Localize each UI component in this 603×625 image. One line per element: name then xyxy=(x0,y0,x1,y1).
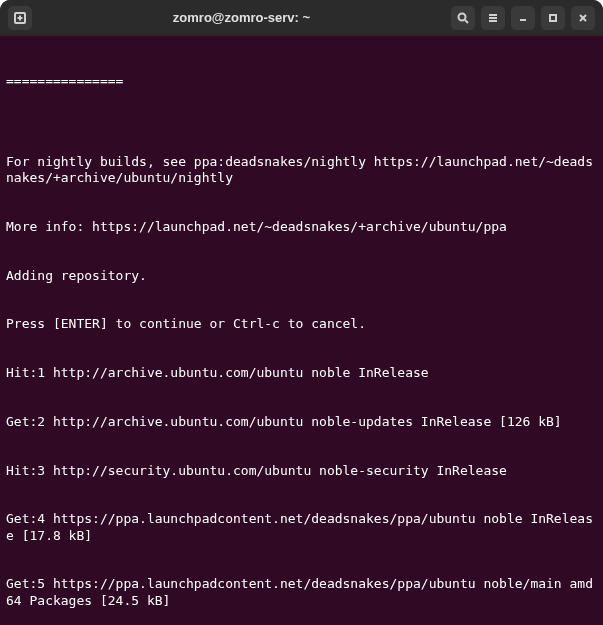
terminal-line: Get:4 https://ppa.launchpadcontent.net/d… xyxy=(6,511,597,544)
new-tab-button[interactable] xyxy=(8,6,32,30)
terminal-line: Get:2 http://archive.ubuntu.com/ubuntu n… xyxy=(6,414,597,430)
plus-box-icon xyxy=(14,12,26,24)
svg-line-4 xyxy=(465,20,468,23)
minimize-icon xyxy=(517,12,529,24)
search-icon xyxy=(457,12,469,24)
minimize-button[interactable] xyxy=(511,6,535,30)
svg-point-3 xyxy=(459,14,466,21)
terminal-window: zomro@zomro-serv: ~ =============== For … xyxy=(0,0,603,625)
terminal-line: =============== xyxy=(6,73,597,89)
terminal-line: Press [ENTER] to continue or Ctrl-c to c… xyxy=(6,316,597,332)
titlebar: zomro@zomro-serv: ~ xyxy=(0,0,603,36)
window-title: zomro@zomro-serv: ~ xyxy=(32,10,451,26)
terminal-line: More info: https://launchpad.net/~deadsn… xyxy=(6,219,597,235)
menu-button[interactable] xyxy=(481,6,505,30)
maximize-button[interactable] xyxy=(541,6,565,30)
terminal-output-pane-1[interactable]: =============== For nightly builds, see … xyxy=(0,36,603,625)
hamburger-icon xyxy=(487,12,499,24)
maximize-icon xyxy=(547,12,559,24)
search-button[interactable] xyxy=(451,6,475,30)
terminal-line: Hit:3 http://security.ubuntu.com/ubuntu … xyxy=(6,463,597,479)
close-button[interactable] xyxy=(571,6,595,30)
terminal-line: For nightly builds, see ppa:deadsnakes/n… xyxy=(6,154,597,187)
svg-rect-9 xyxy=(550,15,556,21)
terminal-line: Adding repository. xyxy=(6,268,597,284)
terminal-line: Get:5 https://ppa.launchpadcontent.net/d… xyxy=(6,576,597,609)
close-icon xyxy=(577,12,589,24)
terminal-line: Hit:1 http://archive.ubuntu.com/ubuntu n… xyxy=(6,365,597,381)
